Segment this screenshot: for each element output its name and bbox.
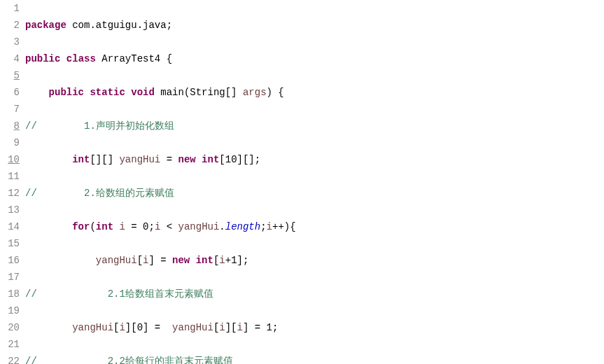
method-main: main [160,87,184,98]
kw-class: class [66,53,96,64]
code-line[interactable]: package com.atguigu.java; [22,17,604,34]
kw-int: int [196,255,213,266]
gutter: 1 2 3 4 5 6 7 8 9 10 11 12 13 14 15 16 1… [0,0,22,364]
comment-slash: // [25,356,37,364]
line-number: 3 [0,34,20,50]
var-i: i [219,322,225,333]
kw-for: for [72,221,90,232]
var-yanghui: yangHui [72,322,113,333]
code-line[interactable]: // 1.声明并初始化数组 [22,118,604,134]
var-i: i [119,322,125,333]
comment-2-2: 2.2给每行的非首末元素赋值 [108,356,233,364]
line-number: 5 [0,67,20,84]
line-number: 16 [0,252,20,269]
line-number: 20 [0,319,20,336]
var-yanghui: yangHui [96,255,137,266]
kw-new: new [178,154,195,165]
comment-slash: // [25,288,37,300]
class-name: ArrayTest4 [101,53,160,64]
var-i: i [219,255,225,266]
var-i: i [267,221,272,232]
var-yanghui: yangHui [172,322,213,333]
var-i: i [155,221,160,232]
var-i: i [143,255,148,266]
line-number: 21 [0,336,20,353]
line-number: 9 [0,134,20,151]
code-line[interactable]: yangHui[i][0] = yangHui[i][i] = 1; [22,319,604,336]
code-line[interactable]: // 2.2给每行的非首末元素赋值 [22,353,604,364]
kw-static: static [90,87,125,98]
line-number: 10 [0,151,20,168]
code-line[interactable]: int[][] yangHui = new int[10][]; [22,151,604,168]
line-number: 2 [0,17,20,34]
line-number: 7 [0,101,20,118]
comment-2-1: 2.1给数组首末元素赋值 [108,288,213,300]
kw-int: int [202,154,219,165]
line-number: 22 [0,353,20,364]
lit-1: 1 [231,255,237,266]
kw-package: package [25,20,66,31]
var-i: i [119,221,125,232]
lit-0: 0 [137,322,143,333]
code-editor[interactable]: 1 2 3 4 5 6 7 8 9 10 11 12 13 14 15 16 1… [0,0,604,364]
code-line[interactable]: // 2.给数组的元素赋值 [22,185,604,202]
prop-length: length [225,221,260,232]
var-args: args [243,87,267,98]
var-yanghui: yangHui [119,154,160,165]
line-number: 14 [0,218,20,235]
lit-1: 1 [267,322,272,333]
kw-void: void [131,87,155,98]
lit-0: 0 [143,221,148,232]
line-number: 11 [0,168,20,185]
comment-2: 2.给数组的元素赋值 [84,188,174,199]
line-number: 18 [0,286,20,302]
code-line[interactable]: public static void main(String[] args) { [22,84,604,101]
line-number: 4 [0,50,20,67]
line-number: 1 [0,0,20,17]
comment-slash: // [25,188,37,199]
kw-new: new [172,255,190,266]
type-string: String [190,87,225,98]
comment-1: 1.声明并初始化数组 [84,120,174,132]
package-name: com.atguigu.java [72,20,166,31]
kw-int: int [72,154,90,165]
code-line[interactable]: yangHui[i] = new int[i+1]; [22,252,604,269]
code-area[interactable]: package com.atguigu.java; public class A… [22,0,604,364]
var-i: i [237,322,243,333]
line-number: 17 [0,269,20,286]
code-line[interactable]: public class ArrayTest4 { [22,50,604,67]
line-number: 8 [0,118,20,134]
kw-int: int [96,221,113,232]
line-number: 13 [0,202,20,218]
code-line[interactable]: for(int i = 0;i < yangHui.length;i++){ [22,218,604,235]
line-number: 19 [0,302,20,319]
kw-public: public [49,87,84,98]
code-line[interactable]: // 2.1给数组首末元素赋值 [22,286,604,302]
line-number: 6 [0,84,20,101]
var-yanghui: yangHui [178,221,220,232]
kw-public: public [25,53,60,64]
comment-slash: // [25,120,37,132]
line-number: 15 [0,235,20,252]
line-number: 12 [0,185,20,202]
lit-10: 10 [225,154,237,165]
